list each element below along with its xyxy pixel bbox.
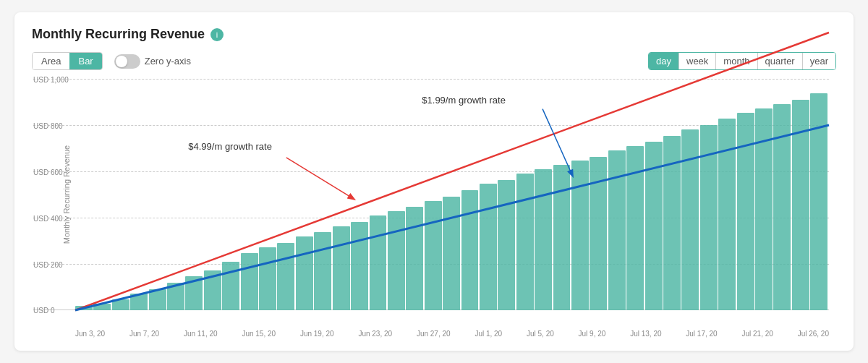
- bar-15: [351, 222, 368, 310]
- period-month[interactable]: month: [716, 53, 757, 69]
- y-axis-title: Monthly Recurring Revenue: [62, 145, 71, 244]
- period-quarter[interactable]: quarter: [758, 53, 803, 69]
- zero-yaxis-toggle-wrap: Zero y-axis: [114, 54, 191, 69]
- x-label-12: Jul 21, 20: [741, 330, 773, 338]
- bar-24: [516, 174, 534, 310]
- x-label-0: Jun 3, 20: [75, 330, 105, 338]
- bar-37: [755, 108, 773, 310]
- period-year[interactable]: year: [803, 53, 835, 69]
- y-label-1000: USD 1,000: [33, 76, 69, 84]
- bar-35: [718, 119, 736, 310]
- bar-26: [553, 165, 571, 310]
- bar-2: [112, 299, 129, 310]
- x-label-6: Jun 27, 20: [417, 330, 451, 338]
- period-week[interactable]: week: [679, 53, 716, 69]
- y-label-600: USD 600: [33, 168, 63, 176]
- toggle-knob: [116, 56, 127, 67]
- bar-5: [167, 283, 184, 310]
- bar-27: [571, 161, 589, 310]
- y-label-800: USD 800: [33, 122, 63, 130]
- bar-16: [370, 215, 387, 310]
- bar-0: [75, 306, 93, 310]
- card-title: Monthly Recurring Revenue: [32, 27, 205, 42]
- chart-type-group: Area Bar: [32, 52, 103, 70]
- card-header: Monthly Recurring Revenue i: [32, 27, 836, 42]
- period-group: day week month quarter year: [648, 52, 836, 70]
- bar-28: [590, 157, 607, 310]
- bar-10: [259, 247, 276, 310]
- bar-32: [663, 136, 681, 310]
- y-label-400: USD 400: [33, 215, 63, 223]
- area-button[interactable]: Area: [33, 53, 69, 69]
- bar-40: [810, 93, 827, 310]
- annotation-199: $1.99/m growth rate: [422, 95, 506, 106]
- x-label-7: Jul 1, 20: [475, 330, 502, 338]
- bar-12: [296, 236, 313, 310]
- bar-3: [130, 294, 148, 310]
- bar-23: [498, 180, 515, 310]
- info-icon[interactable]: i: [210, 28, 224, 41]
- bar-13: [314, 232, 331, 310]
- bar-39: [792, 100, 809, 310]
- bar-7: [204, 270, 221, 310]
- period-day[interactable]: day: [649, 53, 679, 69]
- bar-20: [443, 197, 460, 310]
- y-label-200: USD 200: [33, 261, 63, 269]
- x-label-4: Jun 19, 20: [300, 330, 334, 338]
- x-label-11: Jul 17, 20: [686, 330, 717, 338]
- y-label-0: USD 0: [33, 307, 54, 315]
- bar-18: [406, 207, 423, 310]
- bar-34: [700, 125, 718, 310]
- bar-14: [333, 226, 350, 310]
- toolbar: Area Bar Zero y-axis day week month quar…: [32, 52, 836, 70]
- bar-17: [388, 211, 405, 310]
- bar-36: [737, 113, 754, 310]
- bar-31: [645, 142, 663, 310]
- x-label-8: Jul 5, 20: [527, 330, 554, 338]
- annotation-499: $4.99/m growth rate: [188, 141, 272, 152]
- bar-38: [773, 104, 791, 310]
- bar-9: [241, 253, 258, 310]
- x-label-5: Jun 23, 20: [358, 330, 392, 338]
- x-label-10: Jul 13, 20: [630, 330, 661, 338]
- toggle-label: Zero y-axis: [145, 56, 191, 67]
- bar-33: [681, 129, 699, 310]
- x-label-2: Jun 11, 20: [184, 330, 218, 338]
- bar-19: [425, 201, 442, 310]
- bar-25: [535, 169, 552, 310]
- x-label-3: Jun 15, 20: [242, 330, 276, 338]
- bar-6: [185, 276, 203, 310]
- bar-29: [608, 150, 626, 310]
- main-card: Monthly Recurring Revenue i Area Bar Zer…: [14, 12, 854, 351]
- x-label-1: Jun 7, 20: [129, 330, 159, 338]
- chart-area: Monthly Recurring Revenue USD 1,000 USD …: [32, 79, 836, 339]
- x-label-13: Jul 26, 20: [798, 330, 829, 338]
- bar-30: [626, 146, 644, 310]
- bar-22: [480, 184, 497, 310]
- chart-inner: USD 1,000 USD 800 USD 600 USD 400 USD 20…: [75, 79, 829, 310]
- toolbar-left: Area Bar Zero y-axis: [32, 52, 191, 70]
- zero-yaxis-toggle[interactable]: [114, 54, 140, 69]
- x-label-9: Jul 9, 20: [579, 330, 606, 338]
- bar-button[interactable]: Bar: [69, 53, 101, 69]
- bar-1: [93, 304, 111, 310]
- bar-8: [222, 262, 239, 310]
- bars-container: [75, 79, 829, 310]
- x-axis-labels: Jun 3, 20 Jun 7, 20 Jun 11, 20 Jun 15, 2…: [75, 330, 829, 338]
- bar-4: [149, 289, 166, 310]
- bar-21: [461, 190, 479, 310]
- bar-11: [277, 243, 294, 310]
